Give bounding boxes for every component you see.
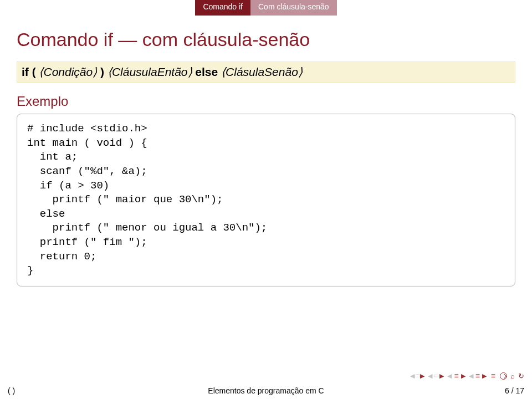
nav-bs-lines-icon: ≡ bbox=[454, 371, 458, 380]
nav-fwd-section[interactable]: ◀ ≡ ▶ bbox=[469, 371, 487, 380]
syntax-condition: Condição bbox=[44, 65, 93, 78]
nav-fs-fwd-icon: ▶ bbox=[482, 373, 487, 379]
nav-first-fwd-icon: ▶ bbox=[420, 373, 424, 379]
footer-author: ( ) bbox=[8, 386, 15, 395]
nav-fs-lines-icon: ≡ bbox=[475, 371, 480, 380]
kw-if: if ( bbox=[22, 65, 36, 78]
syntax-then: CláusulaEntão bbox=[112, 65, 188, 78]
nav-goto-lines-icon[interactable]: ≡ bbox=[491, 371, 495, 380]
nav-first-back-icon: ◀ bbox=[410, 373, 415, 379]
slide-title: Comando if — com cláusula-senão bbox=[0, 16, 532, 62]
nav-bs-back-icon: ◀ bbox=[447, 373, 452, 379]
nav-prev-fwd-icon: ▶ bbox=[439, 373, 444, 379]
footer-page: 6 / 17 bbox=[505, 386, 524, 395]
nav-first-frame-icon: □ bbox=[416, 373, 419, 378]
nav-prev[interactable]: ◀ ▭ ▶ bbox=[428, 373, 444, 379]
example-heading: Exemplo bbox=[17, 94, 515, 109]
kw-else: else bbox=[195, 65, 218, 78]
code-listing: # include <stdio.h> int main ( void ) { … bbox=[17, 114, 515, 287]
footer-title: Elementos de programação em C bbox=[208, 386, 324, 395]
nav-search-icon[interactable]: ⌕ bbox=[510, 372, 515, 380]
syntax-else: ClásulaSenão bbox=[226, 65, 298, 78]
nav-back-section[interactable]: ◀ ≡ ▶ bbox=[447, 371, 465, 380]
footer: ( ) Elementos de programação em C 6 / 17 bbox=[0, 382, 532, 399]
nav-prev-back-icon: ◀ bbox=[428, 373, 432, 379]
header-subsection: Com cláusula-senão bbox=[250, 0, 337, 16]
header-section: Comando if bbox=[195, 0, 250, 16]
header-breadcrumb: Comando if Com cláusula-senão bbox=[0, 0, 532, 16]
kw-closeparen: ) bbox=[100, 65, 104, 78]
syntax-definition: if ( ⟨Condição⟩ ) ⟨CláusulaEntão⟩ else ⟨… bbox=[17, 62, 515, 83]
nav-refresh-icon[interactable]: ↻ bbox=[518, 372, 524, 380]
nav-bs-fwd-icon: ▶ bbox=[461, 373, 466, 379]
nav-first[interactable]: ◀ □ ▶ bbox=[410, 373, 424, 379]
nav-controls: ◀ □ ▶ ◀ ▭ ▶ ◀ ≡ ▶ ◀ ≡ ▶ ≡ ⌕ ↻ bbox=[410, 371, 524, 380]
nav-fs-back-icon: ◀ bbox=[469, 373, 473, 379]
nav-prev-layers-icon: ▭ bbox=[433, 373, 438, 378]
nav-undo-icon[interactable] bbox=[500, 372, 507, 380]
